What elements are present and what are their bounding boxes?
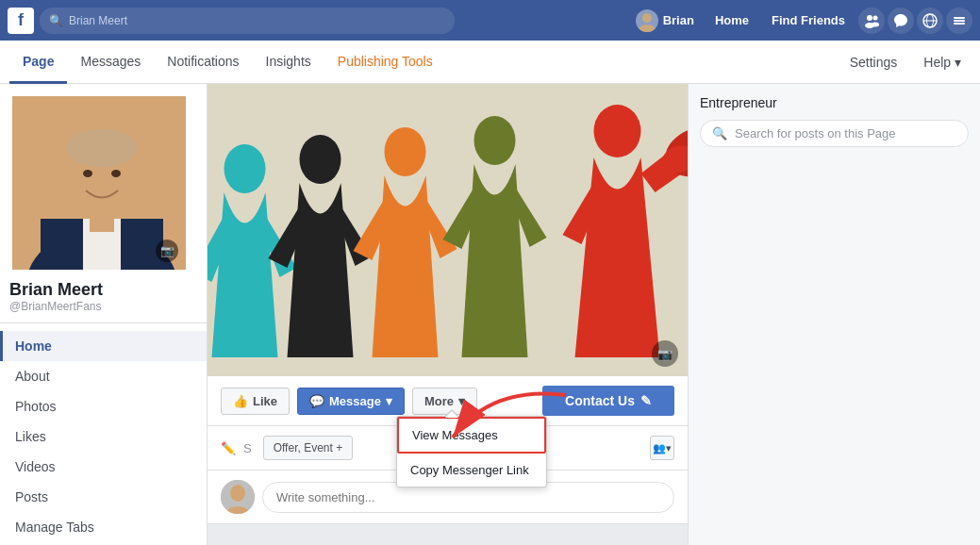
status-update-label: S <box>243 441 252 455</box>
nav-right-section: Brian Home Find Friends <box>628 6 972 36</box>
like-icon: 👍 <box>233 394 248 408</box>
svg-point-26 <box>300 135 341 184</box>
svg-point-5 <box>872 22 879 26</box>
svg-rect-10 <box>954 20 965 22</box>
svg-point-18 <box>66 129 138 167</box>
page-tabs-bar: Page Messages Notifications Insights Pub… <box>0 41 980 84</box>
svg-point-25 <box>224 144 266 193</box>
search-posts-input[interactable] <box>735 126 956 140</box>
nav-home-link[interactable]: Home <box>706 9 758 31</box>
contact-us-icon: ✎ <box>640 393 652 408</box>
sidebar-item-photos[interactable]: Photos <box>0 391 207 421</box>
audience-selector[interactable]: 👥▾ <box>650 436 674 460</box>
like-button[interactable]: 👍 Like <box>221 388 290 415</box>
svg-point-29 <box>594 105 641 157</box>
copy-messenger-link-item[interactable]: Copy Messenger Link <box>397 454 546 487</box>
global-search-input[interactable] <box>69 14 445 27</box>
sidebar-item-posts[interactable]: Posts <box>0 482 207 512</box>
svg-point-20 <box>111 170 121 177</box>
svg-point-19 <box>83 170 92 177</box>
settings-link[interactable]: Settings <box>840 49 907 75</box>
nav-user-profile[interactable]: Brian <box>628 6 702 36</box>
global-search-bar[interactable]: 🔍 <box>40 8 455 34</box>
account-menu-icon-btn[interactable] <box>946 8 972 34</box>
nav-find-friends-link[interactable]: Find Friends <box>762 9 855 31</box>
help-link[interactable]: Help ▾ <box>914 49 971 75</box>
svg-point-2 <box>867 15 872 21</box>
more-dropdown-arrow: ▾ <box>458 394 465 408</box>
svg-rect-9 <box>954 17 965 19</box>
svg-rect-11 <box>954 23 965 25</box>
page-action-bar: 👍 Like 💬 Message ▾ More ▾ Contact Us ✎ V <box>208 376 688 426</box>
category-label: Entrepreneur <box>700 95 969 110</box>
post-avatar-mini <box>221 480 255 514</box>
tab-messages[interactable]: Messages <box>67 41 154 84</box>
nav-icon-group <box>858 8 972 34</box>
cover-camera-icon[interactable]: 📷 <box>652 340 678 367</box>
svg-point-1 <box>639 25 656 32</box>
tab-notifications[interactable]: Notifications <box>154 41 252 84</box>
tab-page[interactable]: Page <box>9 41 67 84</box>
message-icon: 💬 <box>309 394 324 408</box>
globe-icon-btn[interactable] <box>917 8 943 34</box>
profile-section: 📷 Brian Meert @BrianMeertFans <box>0 93 207 323</box>
messages-icon-btn[interactable] <box>888 8 914 34</box>
main-layout: 📷 Brian Meert @BrianMeertFans Home About… <box>0 84 980 545</box>
svg-point-4 <box>873 15 878 20</box>
sidebar-item-home[interactable]: Home <box>0 331 207 361</box>
sidebar-item-manage-tabs[interactable]: Manage Tabs <box>0 512 207 542</box>
profile-photo-camera-icon[interactable]: 📷 <box>156 239 178 262</box>
svg-rect-23 <box>90 213 114 232</box>
friends-icon-btn[interactable] <box>858 8 885 34</box>
tab-insights[interactable]: Insights <box>253 41 324 84</box>
svg-point-22 <box>130 169 145 190</box>
edit-icon: ✏️ <box>221 441 236 455</box>
offer-event-button[interactable]: Offer, Event + <box>263 436 354 460</box>
svg-point-27 <box>385 127 426 176</box>
search-posts-icon: 🔍 <box>712 126 727 140</box>
cover-photo: 📷 <box>208 84 688 376</box>
cover-photo-svg <box>208 84 688 376</box>
view-messages-item[interactable]: View Messages <box>397 417 546 454</box>
tab-right-actions: Settings Help ▾ <box>840 41 971 83</box>
svg-point-0 <box>642 13 652 23</box>
tab-publishing-tools[interactable]: Publishing Tools <box>324 41 446 84</box>
sidebar-item-about[interactable]: About <box>0 361 207 391</box>
profile-photo[interactable]: 📷 <box>9 93 189 272</box>
sidebar-item-videos[interactable]: Videos <box>0 452 207 482</box>
svg-point-28 <box>474 116 516 165</box>
svg-point-21 <box>58 169 74 190</box>
contact-us-button[interactable]: Contact Us ✎ <box>542 386 674 416</box>
message-dropdown-menu: View Messages Copy Messenger Link <box>396 416 547 487</box>
top-nav-bar: f 🔍 Brian Home Find Friends <box>0 0 980 41</box>
dropdown-arrow <box>444 409 459 417</box>
profile-name: Brian Meert <box>9 280 197 300</box>
svg-point-34 <box>230 485 245 502</box>
left-sidebar: 📷 Brian Meert @BrianMeertFans Home About… <box>0 84 208 545</box>
sidebar-item-likes[interactable]: Likes <box>0 421 207 452</box>
sidebar-nav: Home About Photos Likes Videos Posts Man… <box>0 323 207 545</box>
facebook-logo[interactable]: f <box>8 8 34 34</box>
message-button[interactable]: 💬 Message ▾ <box>297 388 405 415</box>
right-sidebar: Entrepreneur 🔍 <box>688 84 980 545</box>
center-content: 📷 👍 Like 💬 Message ▾ More ▾ Contact Us ✎ <box>208 84 688 545</box>
message-dropdown-arrow: ▾ <box>386 394 392 408</box>
search-posts-box[interactable]: 🔍 <box>700 120 969 147</box>
search-icon: 🔍 <box>49 14 63 27</box>
nav-user-name: Brian <box>663 13 694 27</box>
nav-avatar <box>636 9 658 32</box>
profile-username: @BrianMeertFans <box>9 300 197 313</box>
